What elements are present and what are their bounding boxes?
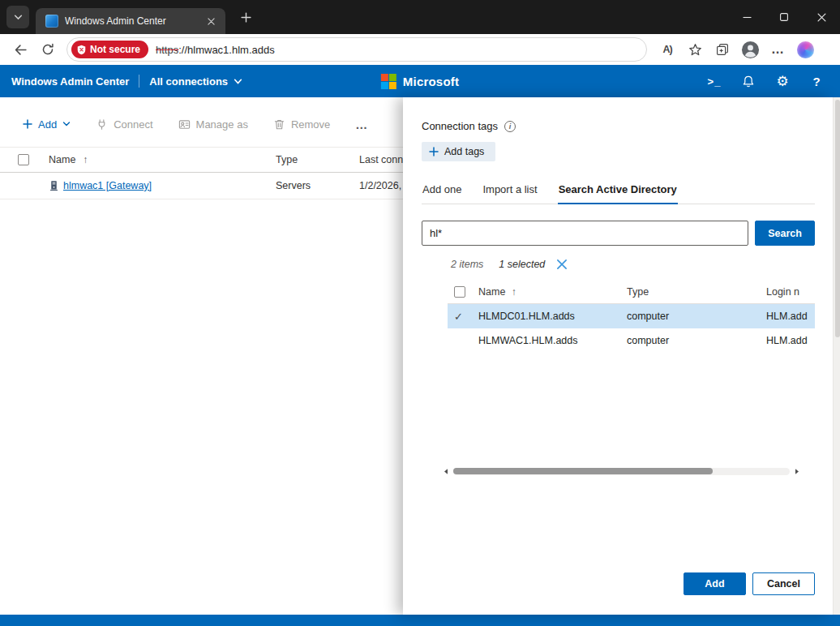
all-connections-label: All connections xyxy=(149,75,228,88)
favorites-button[interactable] xyxy=(683,37,707,62)
new-tab-button[interactable] xyxy=(235,6,256,28)
browser-menu-button[interactable]: … xyxy=(765,37,790,62)
maximize-icon xyxy=(780,13,788,21)
read-aloud-button[interactable]: A) xyxy=(655,37,679,62)
connect-label: Connect xyxy=(114,118,152,131)
settings-button[interactable]: ⚙ xyxy=(770,69,795,93)
horizontal-scrollbar[interactable] xyxy=(443,466,800,476)
check-icon: ✓ xyxy=(454,311,463,323)
result-login: HLM.add xyxy=(766,335,815,346)
tab-close-button[interactable] xyxy=(203,13,219,29)
header-icon-group: >_ ⚙ ? xyxy=(702,69,829,93)
tab-search-active-directory[interactable]: Search Active Directory xyxy=(558,183,678,204)
toolbar-icon-group: A) … xyxy=(655,37,817,62)
scroll-right-icon[interactable] xyxy=(794,468,800,475)
address-bar[interactable]: Not secure https://hlmwac1.hlm.adds xyxy=(66,37,647,62)
vertical-scrollbar-thumb[interactable] xyxy=(835,100,840,337)
tab-import-list[interactable]: Import a list xyxy=(482,183,538,204)
result-row[interactable]: HLMWAC1.HLM.adds computer HLM.add xyxy=(448,328,815,353)
powershell-icon: >_ xyxy=(708,75,722,88)
gear-icon: ⚙ xyxy=(776,75,788,88)
items-count: 2 items xyxy=(451,259,483,270)
app-title: Windows Admin Center xyxy=(11,75,129,88)
column-type[interactable]: Type xyxy=(627,286,766,298)
connections-toolbar: Add Connect Manage as xyxy=(23,115,403,133)
vertical-scrollbar[interactable] xyxy=(833,97,840,615)
reload-button[interactable] xyxy=(36,37,60,62)
result-name: HLMDC01.HLM.adds xyxy=(478,311,627,322)
not-secure-badge[interactable]: Not secure xyxy=(71,41,148,58)
connection-link[interactable]: hlmwac1 [Gateway] xyxy=(63,180,152,191)
manage-as-label: Manage as xyxy=(196,118,248,131)
window-controls xyxy=(728,0,840,34)
maximize-button[interactable] xyxy=(765,0,803,34)
microsoft-logo-icon xyxy=(381,74,396,89)
select-all-checkbox[interactable] xyxy=(18,154,29,165)
notifications-button[interactable] xyxy=(736,69,761,93)
tab-add-one[interactable]: Add one xyxy=(422,183,462,204)
column-login-name[interactable]: Login n xyxy=(766,286,815,298)
remove-label: Remove xyxy=(291,118,330,131)
select-all-results-checkbox[interactable] xyxy=(454,286,465,298)
ellipsis-icon: … xyxy=(771,47,784,52)
search-results-table: Name ↑ Type Login n ✓ HLMDC01.HLM.adds c… xyxy=(448,280,815,353)
panel-actions: Add Cancel xyxy=(422,572,815,595)
result-name: HLMWAC1.HLM.adds xyxy=(478,335,627,346)
info-icon[interactable]: i xyxy=(504,121,516,132)
tab-title: Windows Admin Center xyxy=(65,15,196,27)
copilot-button[interactable] xyxy=(793,37,817,62)
row-type: Servers xyxy=(276,180,359,191)
clear-selection-button[interactable] xyxy=(556,259,568,270)
scrollbar-thumb[interactable] xyxy=(453,468,713,474)
add-tags-button[interactable]: Add tags xyxy=(422,142,495,161)
browser-tab-strip: Windows Admin Center xyxy=(0,0,840,34)
result-row[interactable]: ✓ HLMDC01.HLM.adds computer HLM.add xyxy=(448,304,815,328)
connect-button[interactable]: Connect xyxy=(96,118,152,131)
close-window-button[interactable] xyxy=(803,0,840,34)
page-content: Add Connect Manage as xyxy=(0,97,840,615)
column-last-connected[interactable]: Last conn xyxy=(359,154,403,165)
help-button[interactable]: ? xyxy=(804,69,829,93)
all-connections-menu[interactable]: All connections xyxy=(149,75,242,88)
remove-button[interactable]: Remove xyxy=(273,118,330,131)
scroll-left-icon[interactable] xyxy=(443,468,449,475)
column-name[interactable]: Name xyxy=(49,154,75,165)
manage-as-button[interactable]: Manage as xyxy=(178,118,248,131)
collections-button[interactable] xyxy=(710,37,735,62)
toolbar-more-button[interactable]: … xyxy=(355,118,368,131)
chevron-down-icon xyxy=(14,13,23,22)
column-type[interactable]: Type xyxy=(276,154,359,165)
scrollbar-track[interactable] xyxy=(453,468,790,475)
back-button[interactable] xyxy=(8,37,32,62)
panel-add-button[interactable]: Add xyxy=(684,572,746,595)
panel-cancel-button[interactable]: Cancel xyxy=(752,572,815,595)
column-name[interactable]: Name xyxy=(478,286,505,298)
ellipsis-icon: … xyxy=(355,118,368,131)
profile-button[interactable] xyxy=(738,37,762,62)
browser-tab[interactable]: Windows Admin Center xyxy=(36,8,225,34)
selected-count: 1 selected xyxy=(499,259,545,270)
minimize-button[interactable] xyxy=(728,0,765,34)
powershell-button[interactable]: >_ xyxy=(702,69,726,93)
collections-icon xyxy=(716,43,729,56)
plug-icon xyxy=(96,118,108,131)
table-row[interactable]: hlmwac1 [Gateway] Servers 1/2/2026, xyxy=(0,173,403,199)
panel-tabs: Add one Import a list Search Active Dire… xyxy=(422,183,815,204)
row-last-connected: 1/2/2026, xyxy=(359,180,403,191)
microsoft-wordmark: Microsoft xyxy=(403,75,459,88)
browser-toolbar: Not secure https://hlmwac1.hlm.adds A) xyxy=(0,34,840,65)
tab-search-button[interactable] xyxy=(6,6,29,28)
chevron-down-icon xyxy=(234,77,242,86)
ad-search-input[interactable] xyxy=(422,221,748,246)
connections-table-header: Name ↑ Type Last conn xyxy=(0,147,403,173)
connections-pane: Add Connect Manage as xyxy=(0,97,403,615)
help-icon: ? xyxy=(812,75,820,88)
panel-title: Connection tags xyxy=(422,120,498,132)
person-card-icon xyxy=(178,118,191,131)
add-connection-button[interactable]: Add xyxy=(23,118,71,131)
plus-icon xyxy=(429,147,439,156)
search-button[interactable]: Search xyxy=(755,221,815,246)
trash-icon xyxy=(273,118,285,131)
connection-tags-panel: Connection tags i Add tags Add one Impor… xyxy=(403,97,833,615)
wac-favicon-icon xyxy=(45,15,58,28)
